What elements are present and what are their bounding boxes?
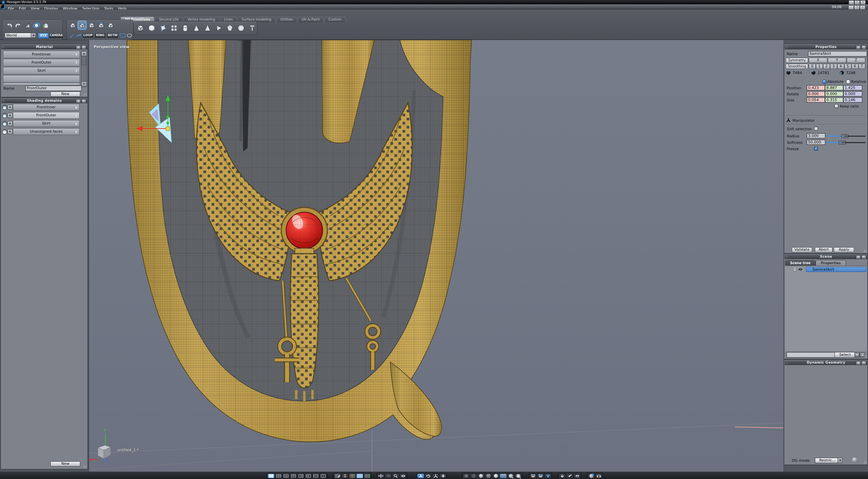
apply-button[interactable]: Apply [834,247,854,252]
close-child-icon[interactable]: × [860,5,865,9]
layout-leftsplit-right-icon[interactable] [305,474,312,478]
layout-quad-icon[interactable] [275,474,282,478]
shading-sphere-icon[interactable] [2,105,7,110]
layout-topsplit-bottom-icon[interactable] [290,474,297,478]
instances-icon[interactable] [544,474,551,478]
smoothing-level-1[interactable]: 1 [816,64,823,69]
visibility-icon[interactable] [399,474,407,478]
coordinate-space-select[interactable]: World [5,33,32,38]
symmetry-x-button[interactable]: X [809,58,827,63]
scene-filter-input[interactable] [786,352,836,358]
backface-blue-icon[interactable] [537,474,544,478]
visibility-eye-icon[interactable] [798,267,803,272]
expand-arrow-icon[interactable] [76,61,78,64]
smoothing-level-7[interactable]: 7 [859,64,865,69]
validate-button[interactable]: Validate [792,247,812,252]
shading-panel-header[interactable]: Shading domains ▼ × [1,98,87,103]
material-item[interactable]: FrontInner [3,51,80,58]
expand-arrow-icon[interactable] [75,122,78,125]
abort-button[interactable]: Abort [815,247,832,252]
resize-grip[interactable] [864,461,867,464]
rotate-x-field[interactable]: 0.000 [807,91,825,96]
resize-grip[interactable] [864,250,867,253]
shading-domain-item[interactable]: Skirt [13,120,80,127]
smoothing-button[interactable]: Smoothing [786,64,808,69]
minimize-child-icon[interactable]: – [848,5,854,9]
expand-arrow-icon[interactable] [75,131,78,133]
size-y-field[interactable]: 0.315 [825,97,843,102]
show-cylinder-icon[interactable] [566,474,573,478]
camera-toggle[interactable]: CAMERA [49,33,64,39]
material-panel-header[interactable]: Material ▼ × [1,45,87,49]
shading-sphere-icon[interactable] [2,121,7,126]
expand-arrow-icon[interactable] [76,53,78,56]
radius-slider-thumb[interactable] [841,134,849,138]
soft-sphere-icon[interactable] [515,474,522,478]
material-item-partial[interactable] [3,83,80,86]
layout-single-icon[interactable] [267,474,275,478]
expand-arrow-icon[interactable] [76,69,78,72]
dg-panel-header[interactable]: Dynamic Geometry ▼ × [785,360,867,365]
primitive-sphere-icon[interactable] [146,23,157,33]
center-view-icon[interactable] [385,474,392,478]
keep-ratio-label[interactable]: Keep ratio [840,104,859,109]
rotate-y-field[interactable]: 0.000 [825,91,843,96]
primitive-tetra-icon[interactable] [213,23,224,33]
material-item[interactable]: Skirt [3,67,80,74]
scene-tree-item-selected[interactable]: SamiraSkirt [806,267,866,272]
layout-top-bottomsplit-icon[interactable] [282,474,289,478]
dg-mode-dropdown-icon[interactable] [838,458,843,463]
select-point-icon[interactable] [96,21,106,30]
primitive-grid-icon[interactable] [169,23,179,33]
viewport[interactable]: X Y Z Perspective view untitled_1 * [89,40,783,472]
between-select-button[interactable]: BETW [107,32,119,38]
curve-select-icon[interactable] [75,33,82,38]
smoothing-level-6[interactable]: 6 [851,64,859,69]
smooth-sphere-icon[interactable] [492,474,499,478]
restore-child-icon[interactable]: □ [854,5,860,9]
resize-grip[interactable] [864,355,867,358]
ring-sphere-icon[interactable] [32,21,41,30]
properties-panel-header[interactable]: Properties ▼ × [785,45,867,49]
material-sphere-icon[interactable] [507,474,514,478]
absolute-radio[interactable] [822,79,827,84]
shading-sphere-icon[interactable] [2,129,7,134]
relative-radio[interactable] [846,79,850,84]
radius-input[interactable]: 3.000 [807,133,825,138]
layout-hsplit-icon[interactable] [312,474,319,478]
scroll-up-icon[interactable]: ▲ [81,51,87,56]
axis-grid-icon[interactable] [349,474,356,478]
select-object-icon[interactable] [68,21,77,30]
select-edge-icon[interactable] [87,21,96,30]
primitive-pyramid-icon[interactable] [202,23,213,33]
softness-slider-thumb[interactable] [839,141,846,144]
add-shading-icon[interactable]: + [7,113,13,118]
object-lock-icon[interactable] [341,474,348,478]
symmetry-z-button[interactable]: Z [847,58,865,63]
tab-utilities[interactable]: Utilities [276,17,297,22]
tab-uv-paint[interactable]: UV & Paint [298,17,324,22]
material-item-empty[interactable] [3,75,80,83]
soft-selection-label[interactable]: Soft selection [787,127,812,131]
xyz-toggle[interactable]: XYZ [38,33,49,39]
shading-domain-item-selected[interactable]: FrontOuter [13,112,80,119]
symmetry-button[interactable]: Symmetry [786,58,808,63]
scene-tree-area[interactable]: SamiraSkirt [785,266,867,351]
redo-icon[interactable] [14,21,23,30]
expand-arrow-icon[interactable] [75,106,78,109]
dg-mode-select[interactable]: Restric... [815,458,840,463]
freeze-label[interactable]: Freeze [787,147,799,151]
drag-handle-icon[interactable] [2,99,5,102]
primitive-cube-icon[interactable] [135,23,146,33]
fit-view-icon[interactable] [377,474,384,478]
show-cube-icon[interactable] [559,474,566,478]
textured-wire-sphere-icon[interactable] [500,474,507,478]
expand-arrow-icon[interactable] [75,114,78,117]
position-x-field[interactable]: 0.423 [807,85,825,90]
marquee-select-icon[interactable] [120,33,126,38]
flat-wire-sphere-icon[interactable] [485,474,492,478]
viewport-canvas[interactable]: X Y Z [89,40,783,472]
vertical-axis-grid-icon[interactable] [364,474,371,478]
close-icon[interactable]: × [860,0,866,4]
smoothing-level-0[interactable]: 0 [809,64,816,69]
